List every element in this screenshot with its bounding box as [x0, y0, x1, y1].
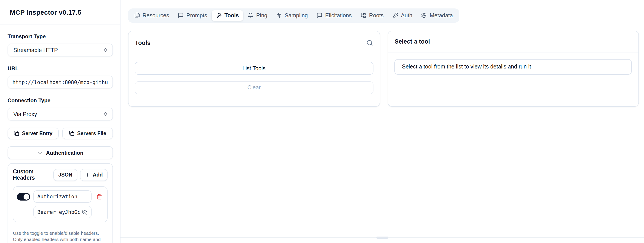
header-value-input[interactable]: Bearer eyJhbGciOi [33, 206, 92, 218]
tab-label: Prompts [186, 12, 207, 18]
chevron-down-icon [37, 150, 42, 156]
server-entry-button[interactable]: Server Entry [8, 128, 58, 139]
list-tools-button[interactable]: List Tools [135, 62, 373, 75]
tab-metadata[interactable]: Metadata [417, 10, 457, 21]
tabs-bar: ResourcesPromptsToolsPingSamplingElicita… [128, 8, 644, 22]
toggle-value-visibility-button[interactable] [82, 209, 88, 215]
message-square-icon [317, 12, 322, 18]
plus-icon [85, 172, 90, 177]
header-row: Authorization Bearer eyJhbGciOi [13, 186, 108, 222]
authentication-toggle-button[interactable]: Authentication [8, 146, 113, 159]
sidebar-body: Transport Type Streamable HTTP URL http:… [0, 24, 120, 243]
main-content: ResourcesPromptsToolsPingSamplingElicita… [120, 0, 644, 243]
header-name-input[interactable]: Authorization [33, 190, 92, 203]
entry-buttons-row: Server Entry Servers File [8, 128, 113, 139]
settings-icon [421, 12, 427, 18]
servers-file-label: Servers File [77, 131, 106, 136]
key-icon [392, 12, 398, 18]
delete-header-button[interactable] [95, 194, 104, 200]
url-input[interactable]: http://localhost:8080/mcp-githu [8, 76, 113, 88]
tab-label: Metadata [430, 12, 453, 18]
panels: Tools List Tools Clear Select a tool [128, 31, 639, 106]
copy-icon [69, 131, 74, 136]
tool-detail-panel: Select a tool Select a tool from the lis… [388, 31, 639, 106]
tools-panel-header: Tools [128, 31, 380, 55]
app-title: MCP Inspector v0.17.5 [10, 8, 81, 16]
connection-type-select[interactable]: Via Proxy [8, 108, 113, 120]
custom-headers-header: Custom Headers JSON Add [13, 168, 108, 181]
detail-panel-header: Select a tool [388, 31, 638, 52]
tab-list: ResourcesPromptsToolsPingSamplingElicita… [128, 8, 459, 22]
copy-icon [14, 131, 19, 136]
message-square-icon [178, 12, 184, 18]
tab-label: Resources [142, 12, 169, 18]
server-entry-label: Server Entry [22, 131, 52, 136]
trash-icon [96, 194, 102, 200]
search-tools-button[interactable] [366, 40, 373, 46]
transport-type-select[interactable]: Streamable HTTP [8, 44, 113, 56]
transport-type-value: Streamable HTTP [13, 47, 58, 53]
folder-tree-icon [360, 12, 366, 18]
search-icon [366, 40, 373, 46]
connection-type-value: Via Proxy [13, 111, 37, 117]
tab-label: Auth [401, 12, 412, 18]
pane-resize-handle[interactable] [376, 236, 388, 239]
detail-panel-title: Select a tool [394, 38, 430, 45]
hammer-icon [216, 12, 222, 18]
empty-state-message: Select a tool from the list to view its … [394, 59, 632, 75]
tab-roots[interactable]: Roots [356, 10, 388, 21]
url-label: URL [8, 65, 113, 72]
eye-off-icon [82, 209, 88, 215]
app-window: MCP Inspector v0.17.5 Transport Type Str… [0, 0, 644, 243]
connection-type-label: Connection Type [8, 98, 113, 104]
custom-headers-title: Custom Headers [13, 168, 54, 181]
tools-panel-title: Tools [135, 40, 150, 46]
header-value-text: Bearer eyJhbGciOi [37, 209, 80, 215]
chevrons-up-down-icon [103, 112, 108, 116]
tools-panel-body: List Tools Clear [128, 55, 380, 101]
clear-tools-button[interactable]: Clear [135, 81, 373, 94]
bell-icon [248, 12, 254, 18]
sidebar-header: MCP Inspector v0.17.5 [0, 0, 120, 24]
tab-resources[interactable]: Resources [130, 10, 174, 21]
tab-ping[interactable]: Ping [243, 10, 272, 21]
servers-file-button[interactable]: Servers File [62, 128, 113, 139]
tab-label: Sampling [284, 12, 308, 18]
tab-tools[interactable]: Tools [212, 10, 244, 21]
custom-headers-card: Custom Headers JSON Add Authorization [8, 163, 113, 243]
header-name-value: Authorization [37, 194, 88, 200]
tab-label: Ping [256, 12, 267, 18]
tab-prompts[interactable]: Prompts [174, 10, 212, 21]
tab-auth[interactable]: Auth [388, 10, 417, 21]
sidebar: MCP Inspector v0.17.5 Transport Type Str… [0, 0, 120, 243]
chevrons-up-down-icon [103, 48, 108, 52]
tab-label: Tools [224, 12, 239, 18]
tools-list-panel: Tools List Tools Clear [128, 31, 380, 106]
tab-label: Elicitations [325, 12, 352, 18]
tab-label: Roots [369, 12, 384, 18]
transport-type-label: Transport Type [8, 33, 113, 40]
hash-icon [276, 12, 282, 18]
files-icon [134, 12, 140, 18]
add-header-label: Add [93, 172, 103, 178]
json-view-button[interactable]: JSON [54, 169, 77, 181]
add-header-button[interactable]: Add [80, 169, 108, 181]
header-enabled-toggle[interactable] [17, 193, 30, 200]
tab-elicitations[interactable]: Elicitations [312, 10, 356, 21]
toggle-knob [24, 194, 29, 200]
tab-sampling[interactable]: Sampling [272, 10, 312, 21]
headers-help-text: Use the toggle to enable/disable headers… [13, 230, 108, 243]
detail-panel-body: Select a tool from the list to view its … [388, 52, 638, 81]
authentication-label: Authentication [46, 150, 83, 156]
